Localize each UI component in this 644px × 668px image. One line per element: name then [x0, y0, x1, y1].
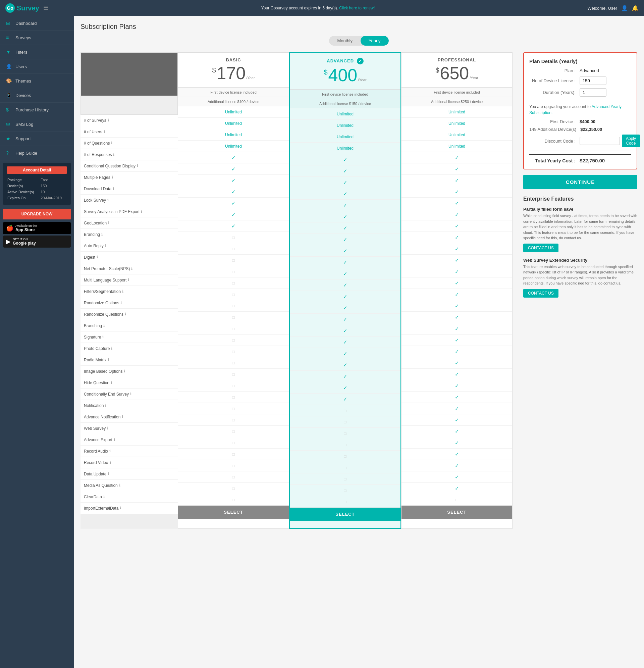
advanced-photo: ✓	[290, 336, 400, 348]
sidebar-item-support[interactable]: ★ Support	[0, 132, 74, 146]
info-icon-advnotif[interactable]: ℹ	[122, 415, 123, 419]
info-icon-randqs[interactable]: ℹ	[125, 312, 126, 316]
sidebar-item-sms-log[interactable]: ✉ SMS Log	[0, 117, 74, 132]
enterprise-feature-1: Partially filled form save While conduct…	[523, 207, 637, 252]
info-icon-advexport[interactable]: ℹ	[114, 438, 115, 442]
pro-cqd: ✓	[401, 152, 512, 163]
info-icon-autoreply[interactable]: ℹ	[105, 244, 106, 248]
sidebar-label-filters: Filters	[15, 50, 27, 55]
upgrade-now-button[interactable]: UPGRADE NOW	[3, 209, 71, 219]
expires-label: Expires On	[7, 195, 40, 201]
info-icon-lock[interactable]: ℹ	[107, 198, 109, 202]
basic-filters: □	[178, 277, 289, 289]
feature-column: # of Surveysℹ # of Usersℹ # of Questions…	[80, 52, 178, 529]
sidebar-item-surveys[interactable]: ≡ Surveys	[0, 31, 74, 45]
info-icon-cleardata[interactable]: ℹ	[103, 495, 105, 499]
info-icon-users[interactable]: ℹ	[104, 130, 105, 134]
duration-input[interactable]	[580, 88, 607, 97]
info-icon-notif[interactable]: ℹ	[105, 403, 106, 408]
sidebar-item-filters[interactable]: ▼ Filters	[0, 45, 74, 59]
info-icon-condend[interactable]: ℹ	[130, 392, 132, 396]
info-icon-signature[interactable]: ℹ	[102, 335, 104, 339]
hamburger-icon[interactable]: ☰	[43, 4, 49, 12]
themes-icon: 🎨	[6, 78, 12, 84]
discount-row: Discount Code : Apply Code	[529, 135, 631, 147]
info-icon-cqd[interactable]: ℹ	[137, 164, 138, 168]
contact-us-button-2[interactable]: CONTACT US	[523, 289, 558, 298]
basic-download: ✓	[178, 175, 289, 186]
info-icon-pages[interactable]: ℹ	[112, 175, 113, 180]
info-icon-filters[interactable]: ℹ	[122, 289, 123, 293]
user-icon[interactable]: 👤	[621, 5, 628, 11]
renew-link[interactable]: Click here to renew!	[339, 6, 375, 11]
feature-row-randqs: Randomize Questionsℹ	[80, 309, 178, 320]
users-icon: 👤	[6, 64, 12, 69]
yearly-toggle[interactable]: Yearly	[361, 36, 389, 46]
bell-icon[interactable]: 🔔	[632, 5, 639, 11]
info-icon-download[interactable]: ℹ	[113, 186, 114, 191]
advanced-randopts: ✓	[290, 291, 400, 302]
info-icon-branding[interactable]: ℹ	[101, 232, 103, 237]
info-icon-websurvey[interactable]: ℹ	[107, 426, 108, 430]
main-content: Subscription Plans Monthly Yearly # of S…	[74, 16, 644, 668]
advanced-branding: ✓	[290, 223, 400, 234]
sidebar-item-help[interactable]: ? Help Guide	[0, 146, 74, 161]
sidebar-item-dashboard[interactable]: ⊞ Dashboard	[0, 16, 74, 31]
info-icon-hideq[interactable]: ℹ	[111, 380, 112, 385]
pro-dataupdate: ✓	[401, 460, 512, 471]
sidebar-item-devices[interactable]: 📱 Devices	[0, 88, 74, 103]
info-icon-randopts[interactable]: ℹ	[120, 301, 122, 305]
sidebar-item-users[interactable]: 👤 Users	[0, 59, 74, 74]
contact-us-button-1[interactable]: CONTACT US	[523, 244, 558, 252]
info-icon-imageopts[interactable]: ℹ	[124, 369, 125, 374]
info-icon-questions[interactable]: ℹ	[111, 141, 112, 145]
devices-label: Device(s)	[7, 183, 40, 188]
basic-questions: Unlimited	[178, 129, 289, 140]
info-icon-photo[interactable]: ℹ	[111, 346, 112, 351]
info-icon-surveys[interactable]: ℹ	[108, 118, 109, 122]
support-icon: ★	[6, 136, 12, 141]
info-icon-geo[interactable]: ℹ	[108, 221, 109, 225]
apply-code-button[interactable]: Apply Code	[622, 135, 640, 147]
play-store-button[interactable]: ▶ GET IT ON Google play	[3, 236, 71, 248]
pro-photo: ✓	[401, 334, 512, 346]
info-icon-responses[interactable]: ℹ	[113, 152, 114, 157]
info-icon-nps[interactable]: ℹ	[131, 267, 133, 271]
plan-info-area	[80, 96, 178, 115]
info-icon-radiomatrix[interactable]: ℹ	[108, 358, 109, 362]
upgrade-link[interactable]: Advanced Yearly Subscription.	[529, 104, 622, 115]
advanced-header: ADVANCED ✓ $ 400 /Year	[290, 53, 400, 90]
app-store-sub: Available on the	[15, 224, 37, 227]
select-basic-button[interactable]: SELECT	[178, 506, 289, 519]
info-icon-recordvideo[interactable]: ℹ	[110, 460, 111, 465]
feature-row-cleardata: ClearDataℹ	[80, 491, 178, 503]
basic-multilang: □	[178, 266, 289, 277]
enterprise-feature-2: Web Survey Extended Security This featur…	[523, 258, 637, 298]
info-icon-digest[interactable]: ℹ	[97, 255, 98, 259]
select-advanced-button[interactable]: SELECT	[290, 507, 400, 521]
discount-input[interactable]	[580, 137, 620, 145]
sidebar-item-themes[interactable]: 🎨 Themes	[0, 74, 74, 88]
sidebar-item-purchase-history[interactable]: $ Purchase History	[0, 103, 74, 117]
info-icon-multilang[interactable]: ℹ	[128, 278, 129, 282]
info-icon-importext[interactable]: ℹ	[120, 506, 121, 510]
package-value: Free	[41, 177, 66, 183]
upgrade-notice: You are upgrading your account to Advanc…	[529, 104, 631, 116]
content-row: # of Surveysℹ # of Usersℹ # of Questions…	[80, 52, 637, 529]
info-icon-mediaq[interactable]: ℹ	[119, 483, 120, 487]
info-icon-recordaudio[interactable]: ℹ	[109, 449, 111, 453]
info-icon-dataupdate[interactable]: ℹ	[108, 472, 109, 476]
info-icon-analytics[interactable]: ℹ	[141, 209, 142, 214]
feature-row-surveys: # of Surveysℹ	[80, 115, 178, 126]
advanced-cleardata: □	[290, 485, 400, 496]
app-store-button[interactable]: 🍎 Available on the App Store	[3, 222, 71, 234]
monthly-toggle[interactable]: Monthly	[329, 36, 361, 46]
professional-info1: First device license included	[401, 88, 512, 97]
logo-icon: Go	[5, 3, 15, 13]
devices-input[interactable]	[580, 76, 607, 85]
pro-branching: ✓	[401, 312, 512, 323]
select-professional-button[interactable]: SELECT	[401, 506, 512, 519]
play-store-name: Google play	[13, 241, 36, 246]
info-icon-branching[interactable]: ℹ	[103, 323, 105, 328]
continue-button[interactable]: CONTINUE	[523, 175, 637, 189]
